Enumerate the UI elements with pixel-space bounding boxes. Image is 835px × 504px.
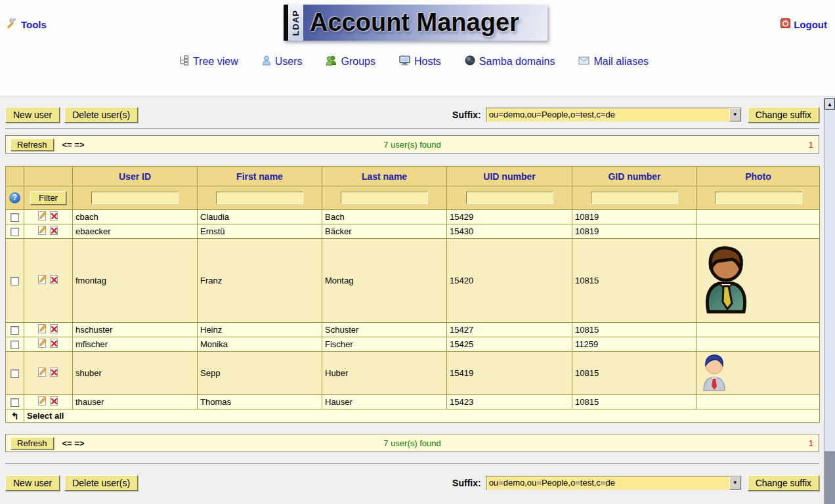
filter-input-uid-number[interactable] <box>466 192 553 204</box>
new-user-button[interactable]: New user <box>5 107 60 123</box>
top-header: Tools Logout LDAP Account Manager Tree v… <box>0 0 835 96</box>
cell-gid-number: 10819 <box>572 210 697 224</box>
delete-icon[interactable] <box>49 338 59 348</box>
nav-tree-view[interactable]: Tree view <box>179 55 238 68</box>
change-suffix-button[interactable]: Change suffix <box>748 107 819 123</box>
logout-label: Logout <box>794 19 827 30</box>
row-checkbox[interactable] <box>11 398 19 407</box>
row-checkbox[interactable] <box>11 228 19 236</box>
user-photo-small <box>700 384 729 394</box>
delete-icon[interactable] <box>49 225 59 236</box>
filter-row: ? Filter <box>6 186 820 210</box>
cell-last-name: Montag <box>322 239 447 323</box>
cell-user-id: fmontag <box>73 239 198 323</box>
suffix-select-bottom[interactable]: ou=demo,ou=People,o=test,c=de ▼ <box>486 476 742 490</box>
delete-users-button[interactable]: Delete user(s) <box>64 107 138 123</box>
header-checkbox-col <box>6 167 24 186</box>
row-checkbox[interactable] <box>11 369 19 378</box>
edit-icon[interactable] <box>37 338 47 348</box>
delete-icon[interactable] <box>49 274 59 285</box>
delete-icon[interactable] <box>49 324 59 334</box>
delete-icon[interactable] <box>49 211 59 221</box>
filter-button[interactable]: Filter <box>30 191 66 205</box>
page-number[interactable]: 1 <box>809 140 813 150</box>
suffix-dropdown-arrow-icon[interactable]: ▼ <box>729 108 741 121</box>
cell-user-id: shuber <box>73 352 198 395</box>
edit-icon[interactable] <box>37 274 47 285</box>
nav-groups-label: Groups <box>341 56 375 68</box>
tree-view-icon <box>179 55 189 68</box>
scrollbar-thumb[interactable] <box>824 452 835 504</box>
users-table: User ID First name Last name UID number … <box>5 166 820 423</box>
header-user-id: User ID <box>73 167 198 186</box>
nav-tree-view-label: Tree view <box>193 56 238 68</box>
logout-link[interactable]: Logout <box>781 18 827 30</box>
cell-photo <box>697 224 820 239</box>
mail-aliases-icon <box>578 56 589 68</box>
statusbar-top: Refresh <= => 7 user(s) found 1 <box>5 135 819 154</box>
result-count-text-bottom: 7 user(s) found <box>6 438 819 448</box>
cell-photo <box>697 352 820 395</box>
suffix-select-value: ou=demo,ou=People,o=test,c=de <box>489 110 615 119</box>
edit-icon[interactable] <box>37 211 47 221</box>
select-all-label[interactable]: Select all <box>24 410 820 423</box>
delete-users-button-bottom[interactable]: Delete user(s) <box>64 475 138 491</box>
nav-mail-aliases[interactable]: Mail aliases <box>578 55 649 68</box>
content-area: New user Delete user(s) Suffix: ou=demo,… <box>0 97 835 504</box>
delete-icon[interactable] <box>49 367 59 377</box>
cell-gid-number: 11259 <box>572 337 697 352</box>
vertical-scrollbar[interactable]: ▲ <box>824 98 835 504</box>
cell-last-name: Huber <box>322 352 447 395</box>
header-last-name: Last name <box>322 167 447 186</box>
nav-samba-domains[interactable]: Samba domains <box>465 55 555 68</box>
tools-link[interactable]: Tools <box>7 18 47 31</box>
edit-icon[interactable] <box>37 225 47 236</box>
filter-input-first-name[interactable] <box>216 192 303 204</box>
table-row: hschuster Heinz Schuster 15427 10815 <box>6 323 820 337</box>
header-first-name: First name <box>198 167 322 186</box>
cell-last-name: Hauser <box>322 395 447 410</box>
scroll-up-arrow-icon[interactable]: ▲ <box>824 98 835 110</box>
filter-input-gid-number[interactable] <box>591 192 678 204</box>
help-icon[interactable]: ? <box>9 192 20 203</box>
filter-input-user-id[interactable] <box>91 192 179 204</box>
nav-hosts[interactable]: Hosts <box>399 55 441 68</box>
cell-last-name: Schuster <box>322 323 447 337</box>
cell-gid-number: 10815 <box>572 323 697 337</box>
cell-first-name: Ernstü <box>198 224 322 239</box>
row-checkbox[interactable] <box>11 277 19 285</box>
suffix-dropdown-arrow-icon[interactable]: ▼ <box>729 476 741 490</box>
page-number-bottom[interactable]: 1 <box>809 438 813 448</box>
cell-uid-number: 15425 <box>447 337 572 352</box>
change-suffix-button-bottom[interactable]: Change suffix <box>748 475 819 491</box>
filter-input-last-name[interactable] <box>341 192 428 204</box>
table-header-row: User ID First name Last name UID number … <box>6 167 820 186</box>
cell-gid-number: 10815 <box>572 352 697 395</box>
result-count-text: 7 user(s) found <box>6 140 819 150</box>
row-checkbox[interactable] <box>11 326 19 335</box>
edit-icon[interactable] <box>37 396 47 406</box>
cell-first-name: Monika <box>198 337 322 352</box>
new-user-button-bottom[interactable]: New user <box>5 475 60 491</box>
delete-icon[interactable] <box>49 396 59 406</box>
edit-icon[interactable] <box>37 367 47 377</box>
cell-first-name: Sepp <box>198 352 322 395</box>
nav-groups[interactable]: Groups <box>326 55 375 68</box>
cell-gid-number: 10815 <box>572 395 697 410</box>
table-row: shuber Sepp Huber 15419 10815 <box>6 352 820 395</box>
groups-icon <box>326 55 337 68</box>
table-row: cbach Claudia Bach 15429 10819 <box>6 210 820 224</box>
logo-vertical-text: LDAP <box>291 10 301 35</box>
main-navigation: Tree view Users Groups Hosts Samba domai… <box>0 55 827 68</box>
filter-input-photo[interactable] <box>715 192 802 204</box>
edit-icon[interactable] <box>37 324 47 334</box>
select-all-arrow-icon[interactable]: ↰ <box>11 411 19 421</box>
wrench-icon <box>7 18 18 31</box>
row-checkbox[interactable] <box>11 213 19 222</box>
toolbar-bottom: New user Delete user(s) Suffix: ou=demo,… <box>5 474 819 492</box>
statusbar-bottom: Refresh <= => 7 user(s) found 1 <box>5 434 819 452</box>
suffix-select[interactable]: ou=demo,ou=People,o=test,c=de ▼ <box>486 108 742 122</box>
nav-users[interactable]: Users <box>262 55 303 68</box>
row-checkbox[interactable] <box>11 341 19 349</box>
cell-uid-number: 15429 <box>447 210 572 224</box>
